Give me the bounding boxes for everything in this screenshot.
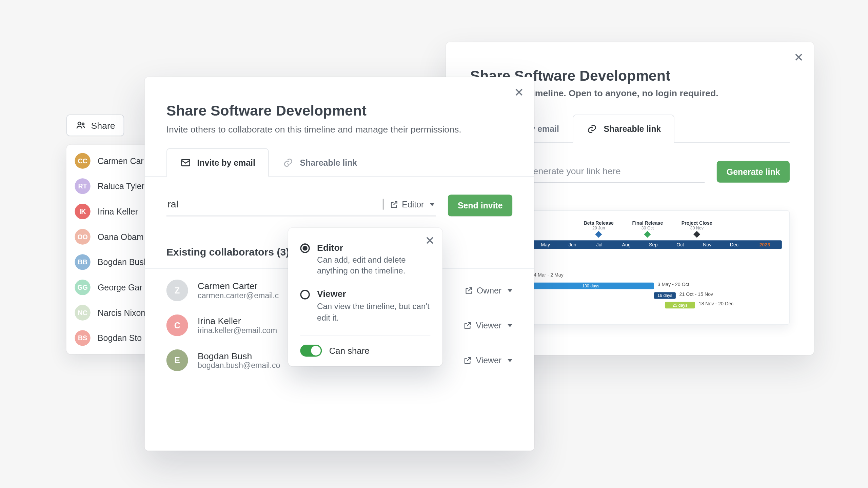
user-name: Raluca Tyler <box>98 181 144 191</box>
avatar: CC <box>75 153 90 169</box>
dialog-subtitle: Invite others to collaborate on this tim… <box>145 124 534 134</box>
tab-invite-by-email[interactable]: Invite by email <box>166 148 269 177</box>
permission-popover: Editor Can add, edit and delete anything… <box>288 228 442 366</box>
user-name: Carmen Car <box>98 156 144 165</box>
external-link-icon <box>463 321 472 330</box>
user-name: Irina Keller <box>98 207 138 216</box>
gantt-bar: 16 days <box>654 292 676 299</box>
user-name: Oana Obam <box>98 232 144 241</box>
generate-link-button[interactable]: Generate link <box>717 161 790 183</box>
mail-icon <box>180 157 191 168</box>
chevron-down-icon <box>508 289 512 292</box>
chevron-down-icon <box>508 359 512 362</box>
permission-option[interactable]: Viewer Can view the timeline, but can't … <box>300 285 430 332</box>
milestone: Beta Release29 Jun <box>584 221 614 237</box>
permission-desc: Can add, edit and delete anything on the… <box>317 255 430 277</box>
share-button[interactable]: Share <box>66 115 124 136</box>
dialog-tabs: Invite by email Shareable link <box>145 148 534 177</box>
gantt-bar: 25 days <box>665 302 695 309</box>
can-share-label: Can share <box>329 346 370 355</box>
permission-picker[interactable]: Viewer <box>463 321 512 330</box>
milestone: Final Release30 Oct <box>632 221 663 237</box>
avatar: C <box>166 314 188 336</box>
avatar: RT <box>75 178 90 194</box>
gantt-bar: 130 days <box>528 283 654 289</box>
tab-shareable-link[interactable]: Shareable link <box>269 148 371 177</box>
permission-desc: Can view the timeline, but can't edit it… <box>317 302 430 324</box>
can-share-toggle[interactable] <box>300 345 322 357</box>
avatar: OO <box>75 229 90 245</box>
email-input[interactable] <box>167 199 376 210</box>
role-picker[interactable]: Editor <box>389 199 435 209</box>
svg-point-0 <box>78 122 81 125</box>
avatar: E <box>166 349 188 371</box>
permission-option[interactable]: Editor Can add, edit and delete anything… <box>300 239 430 285</box>
user-name: Bogdan Bush <box>98 257 148 267</box>
close-icon[interactable] <box>792 50 805 64</box>
people-icon <box>75 120 86 131</box>
permission-picker[interactable]: Viewer <box>463 355 512 365</box>
svg-point-1 <box>82 123 84 125</box>
user-name: George Gar <box>98 283 142 292</box>
external-link-icon <box>389 200 398 209</box>
chevron-down-icon <box>508 324 512 327</box>
tab-shareable-link[interactable]: Shareable link <box>573 115 675 143</box>
external-link-icon <box>463 356 472 365</box>
avatar: GG <box>75 280 90 295</box>
user-name: Narcis Nixon <box>98 308 145 317</box>
dialog-title: Share Software Development <box>145 77 534 124</box>
avatar: Z <box>166 280 188 301</box>
radio-icon <box>300 290 310 300</box>
radio-icon <box>300 243 310 253</box>
link-icon <box>587 123 598 134</box>
avatar: BB <box>75 254 90 270</box>
milestone: Project Close30 Nov <box>682 221 712 237</box>
permission-picker[interactable]: Owner <box>464 286 512 295</box>
send-invite-button[interactable]: Send invite <box>448 195 512 216</box>
user-name: Bogdan Sto <box>98 333 142 343</box>
permission-title: Editor <box>317 242 430 252</box>
close-icon[interactable] <box>512 85 526 99</box>
email-input-wrapper: Editor <box>166 195 436 216</box>
external-link-icon <box>464 286 473 295</box>
avatar: IK <box>75 204 90 219</box>
text-cursor <box>382 199 383 210</box>
permission-title: Viewer <box>317 289 430 299</box>
avatar: NC <box>75 305 90 321</box>
link-icon <box>283 157 294 168</box>
close-icon[interactable] <box>423 234 436 247</box>
share-button-label: Share <box>91 120 115 130</box>
avatar: BS <box>75 330 90 346</box>
chevron-down-icon <box>430 203 435 206</box>
